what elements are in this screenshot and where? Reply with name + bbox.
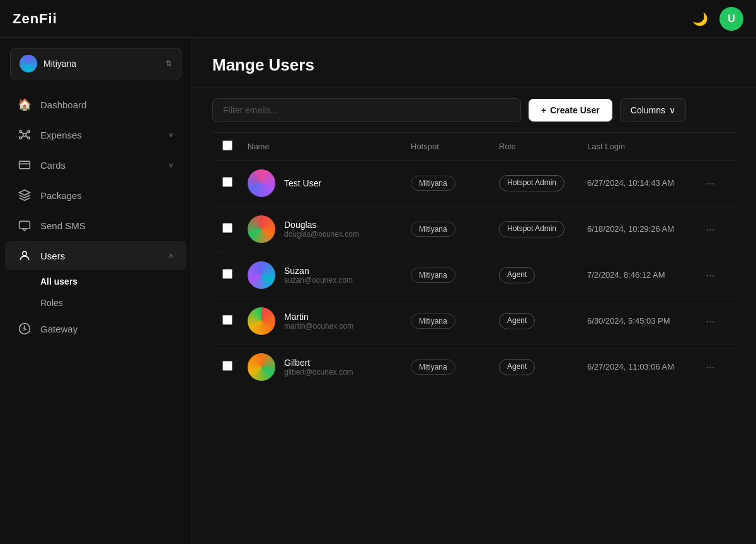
sidebar-subitem-all-users[interactable]: All users	[5, 271, 186, 292]
role-cell: Agent	[499, 359, 587, 375]
gateway-icon: $	[18, 322, 32, 336]
user-info: Test User	[284, 178, 321, 188]
expenses-icon	[18, 128, 32, 142]
more-actions-cell[interactable]: ···	[701, 266, 726, 285]
sidebar-item-label: Dashboard	[40, 99, 174, 110]
chevron-up-icon: ∧	[168, 251, 174, 260]
svg-line-7	[21, 136, 23, 138]
sidebar-item-label: Send SMS	[40, 220, 174, 231]
user-info: Gilbert gilbert@ocunex.com	[284, 358, 353, 377]
workspace-dot	[20, 55, 37, 72]
user-name: Gilbert	[284, 358, 353, 368]
chevron-down-icon: ∨	[168, 161, 174, 169]
row-checkbox[interactable]	[222, 177, 232, 187]
row-checkbox[interactable]	[222, 269, 232, 279]
more-actions-cell[interactable]: ···	[701, 312, 726, 331]
table-row[interactable]: Douglas douglas@ocunex.com Mitiyana Hots…	[212, 207, 736, 252]
theme-toggle-icon[interactable]: 🌙	[690, 9, 709, 28]
plus-icon: +	[541, 105, 546, 115]
sidebar-subitem-roles[interactable]: Roles	[5, 293, 186, 313]
role-cell: Agent	[499, 267, 587, 283]
layout: Mitiyana ⇅ 🏠 Dashboard	[0, 38, 756, 544]
avatar	[248, 307, 275, 335]
user-info: Martin martin@ocunex.com	[284, 312, 353, 331]
role-badge: Agent	[499, 267, 535, 283]
svg-point-2	[28, 130, 30, 132]
hotspot-cell: Mitiyana	[411, 176, 499, 191]
row-checkbox-cell[interactable]	[222, 315, 248, 327]
last-login-cell: 6/30/2024, 5:45:03 PM	[587, 315, 701, 327]
table-row[interactable]: Test User Mitiyana Hotspot Admin 6/27/20…	[212, 161, 736, 207]
last-login-column-header: Last Login	[587, 142, 701, 151]
page-title: Mange Users	[212, 55, 736, 75]
last-login-cell: 7/2/2024, 8:46:12 AM	[587, 269, 701, 281]
more-actions-button[interactable]: ···	[701, 220, 720, 239]
columns-button[interactable]: Columns ∨	[620, 98, 686, 122]
workspace-selector[interactable]: Mitiyana ⇅	[10, 48, 181, 79]
user-name: Test User	[284, 178, 321, 188]
sidebar-item-users[interactable]: Users ∧	[5, 241, 186, 270]
user-email: suzan@ocunex.com	[284, 276, 353, 285]
sidebar-item-label: Cards	[40, 160, 159, 171]
last-login-cell: 6/27/2024, 11:03:06 AM	[587, 361, 701, 373]
sidebar-item-label: Gateway	[40, 324, 174, 334]
sidebar-item-gateway[interactable]: $ Gateway	[5, 314, 186, 343]
row-checkbox[interactable]	[222, 223, 232, 233]
select-all-checkbox[interactable]	[222, 140, 232, 150]
sidebar-item-cards[interactable]: Cards ∨	[5, 150, 186, 179]
hotspot-cell: Mitiyana	[411, 360, 499, 375]
sidebar-item-send-sms[interactable]: Send SMS	[5, 211, 186, 240]
topbar: ZenFii 🌙 U	[0, 0, 756, 38]
sidebar-item-label: Expenses	[40, 130, 159, 140]
sidebar-item-dashboard[interactable]: 🏠 Dashboard	[5, 90, 186, 119]
more-actions-button[interactable]: ···	[701, 358, 720, 377]
user-name: Martin	[284, 312, 353, 322]
table-row[interactable]: Suzan suzan@ocunex.com Mitiyana Agent 7/…	[212, 252, 736, 298]
select-all-checkbox-cell[interactable]	[222, 140, 248, 152]
row-checkbox[interactable]	[222, 361, 232, 371]
svg-text:$: $	[23, 326, 26, 332]
more-actions-cell[interactable]: ···	[701, 174, 726, 193]
last-login-cell: 6/27/2024, 10:14:43 AM	[587, 178, 701, 189]
hotspot-cell: Mitiyana	[411, 268, 499, 283]
row-checkbox-cell[interactable]	[222, 269, 248, 281]
workspace-name: Mitiyana	[43, 59, 159, 69]
table-row[interactable]: Martin martin@ocunex.com Mitiyana Agent …	[212, 298, 736, 344]
row-checkbox-cell[interactable]	[222, 223, 248, 235]
create-user-button[interactable]: + Create User	[529, 99, 612, 122]
more-actions-button[interactable]: ···	[701, 312, 720, 331]
role-badge: Hotspot Admin	[499, 221, 564, 237]
chevron-down-icon: ∨	[168, 130, 174, 139]
sidebar-item-label: Packages	[40, 190, 174, 201]
more-actions-button[interactable]: ···	[701, 174, 720, 193]
role-column-header: Role	[499, 142, 587, 151]
sms-icon	[18, 218, 32, 232]
topbar-right: 🌙 U	[690, 7, 743, 31]
workspace-chevron-icon: ⇅	[166, 59, 172, 68]
more-actions-cell[interactable]: ···	[701, 358, 726, 377]
avatar	[248, 215, 275, 243]
row-checkbox[interactable]	[222, 315, 232, 325]
toolbar: + Create User Columns ∨	[192, 88, 756, 132]
svg-point-0	[23, 133, 26, 137]
hotspot-badge: Mitiyana	[411, 360, 455, 375]
row-checkbox-cell[interactable]	[222, 361, 248, 373]
last-login-cell: 6/18/2024, 10:29:26 AM	[587, 224, 701, 235]
cards-icon	[18, 158, 32, 172]
sidebar-item-packages[interactable]: Packages	[5, 181, 186, 210]
table-row[interactable]: Gilbert gilbert@ocunex.com Mitiyana Agen…	[212, 344, 736, 390]
hotspot-column-header: Hotspot	[411, 142, 499, 151]
hotspot-badge: Mitiyana	[411, 222, 455, 237]
sidebar-item-expenses[interactable]: Expenses ∨	[5, 120, 186, 149]
more-actions-button[interactable]: ···	[701, 266, 720, 285]
more-actions-cell[interactable]: ···	[701, 220, 726, 239]
row-checkbox-cell[interactable]	[222, 177, 248, 190]
hotspot-badge: Mitiyana	[411, 314, 455, 329]
svg-point-1	[20, 130, 21, 132]
users-icon	[18, 249, 32, 263]
user-avatar[interactable]: U	[719, 7, 743, 31]
svg-line-8	[26, 136, 28, 138]
hotspot-badge: Mitiyana	[411, 268, 455, 283]
filter-emails-input[interactable]	[212, 98, 521, 122]
svg-point-3	[20, 137, 21, 139]
